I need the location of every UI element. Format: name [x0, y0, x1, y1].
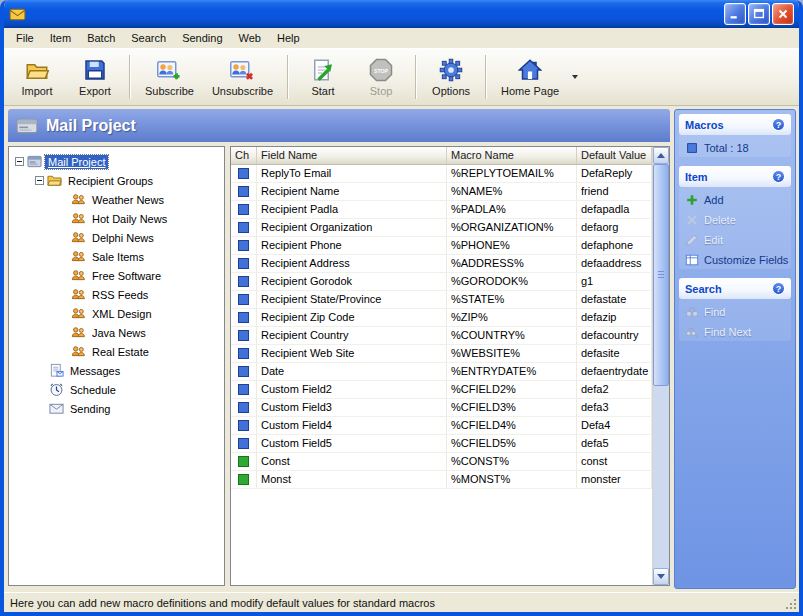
- checked-marker-icon: [238, 348, 249, 359]
- table-row[interactable]: Custom Field2%CFIELD2%defa2: [231, 381, 652, 399]
- tree-item-java-news[interactable]: Java News: [11, 323, 222, 342]
- menu-search[interactable]: Search: [123, 30, 174, 46]
- table-row[interactable]: Recipient State/Province%STATE%defastate: [231, 291, 652, 309]
- macro-name-cell: %REPLYTOEMAIL%: [447, 165, 577, 182]
- sidebar-section-title: Macros: [685, 119, 724, 131]
- tree-item-hot-daily-news[interactable]: Hot Daily News: [11, 209, 222, 228]
- tree-item-recipient-groups[interactable]: Recipient Groups: [11, 171, 222, 190]
- tree-item-weather-news[interactable]: Weather News: [11, 190, 222, 209]
- help-icon[interactable]: ?: [772, 118, 785, 131]
- table-row[interactable]: Const%CONST%const: [231, 453, 652, 471]
- sidebar-header-item[interactable]: Item?: [679, 166, 791, 187]
- menu-sending[interactable]: Sending: [174, 30, 230, 46]
- table-row[interactable]: Date%ENTRYDATE%defaentrydate: [231, 363, 652, 381]
- minimize-button[interactable]: [724, 3, 746, 25]
- macro-name-cell: %PADLA%: [447, 201, 577, 218]
- tree-item-label: Real Estate: [89, 345, 152, 359]
- menu-help[interactable]: Help: [269, 30, 308, 46]
- window-controls: [724, 3, 794, 25]
- titlebar[interactable]: [4, 0, 799, 28]
- macro-name-cell: %MONST%: [447, 471, 577, 488]
- tree-item-label: Mail Project: [45, 155, 108, 169]
- options-button[interactable]: Options: [422, 51, 480, 103]
- home-page-dropdown[interactable]: [568, 51, 581, 103]
- tree-item-mail-project[interactable]: Mail Project: [11, 152, 222, 171]
- collapse-expander-icon[interactable]: [35, 176, 44, 185]
- menu-batch[interactable]: Batch: [79, 30, 123, 46]
- panels: Mail ProjectRecipient GroupsWeather News…: [4, 142, 674, 592]
- table-row[interactable]: Recipient Phone%PHONE%defaphone: [231, 237, 652, 255]
- scrollbar-track[interactable]: [653, 386, 669, 568]
- field-name-cell: Recipient Zip Code: [257, 309, 447, 326]
- table-row[interactable]: Custom Field4%CFIELD4%Defa4: [231, 417, 652, 435]
- sidebar-action-customize-fields[interactable]: Customize Fields: [685, 253, 789, 267]
- sidebar-action-add[interactable]: Add: [685, 193, 789, 207]
- vertical-scrollbar[interactable]: [652, 147, 669, 585]
- tree-item-label: Free Software: [89, 269, 164, 283]
- scroll-up-button[interactable]: [653, 147, 669, 164]
- macro-name-cell: %WEBSITE%: [447, 345, 577, 362]
- field-name-cell: Recipient Name: [257, 183, 447, 200]
- table-row[interactable]: Custom Field5%CFIELD5%defa5: [231, 435, 652, 453]
- unsubscribe-icon: [230, 58, 254, 82]
- table-row[interactable]: Recipient Padla%PADLA%defapadla: [231, 201, 652, 219]
- sidebar-action-total[interactable]: Total : 18: [685, 141, 789, 155]
- collapse-expander-icon[interactable]: [15, 157, 24, 166]
- table-row[interactable]: Recipient Name%NAME%friend: [231, 183, 652, 201]
- options-label: Options: [432, 85, 470, 97]
- table-row[interactable]: ReplyTo Email%REPLYTOEMAIL%DefaReply: [231, 165, 652, 183]
- sidebar-section-macros: Macros?Total : 18: [679, 114, 791, 157]
- maximize-button[interactable]: [748, 3, 770, 25]
- sidebar-header-macros[interactable]: Macros?: [679, 114, 791, 135]
- tree-item-delphi-news[interactable]: Delphi News: [11, 228, 222, 247]
- menu-file[interactable]: File: [8, 30, 42, 46]
- table-row[interactable]: Recipient Country%COUNTRY%defacountry: [231, 327, 652, 345]
- close-button[interactable]: [772, 3, 794, 25]
- tree-item-messages[interactable]: Messages: [11, 361, 222, 380]
- tree-item-label: Java News: [89, 326, 149, 340]
- group-icon: [71, 268, 86, 283]
- tree-item-xml-design[interactable]: XML Design: [11, 304, 222, 323]
- column-header-default-value[interactable]: Default Value: [577, 147, 652, 164]
- start-button[interactable]: Start: [294, 51, 352, 103]
- toolbar-separator: [415, 55, 417, 99]
- column-header-macro-name[interactable]: Macro Name: [447, 147, 577, 164]
- edit-icon: [685, 233, 699, 247]
- tree-item-sale-items[interactable]: Sale Items: [11, 247, 222, 266]
- tree-item-free-software[interactable]: Free Software: [11, 266, 222, 285]
- export-button[interactable]: Export: [66, 51, 124, 103]
- table-row[interactable]: Recipient Zip Code%ZIP%defazip: [231, 309, 652, 327]
- column-header-ch[interactable]: Ch: [231, 147, 257, 164]
- sidebar-header-search[interactable]: Search?: [679, 278, 791, 299]
- help-icon[interactable]: ?: [772, 282, 785, 295]
- column-header-field-name[interactable]: Field Name: [257, 147, 447, 164]
- scroll-down-button[interactable]: [653, 568, 669, 585]
- menu-item[interactable]: Item: [42, 30, 79, 46]
- table-row[interactable]: Recipient Web Site%WEBSITE%defasite: [231, 345, 652, 363]
- tree-item-schedule[interactable]: Schedule: [11, 380, 222, 399]
- table-row[interactable]: Recipient Address%ADDRESS%defaaddress: [231, 255, 652, 273]
- table-row[interactable]: Recipient Gorodok%GORODOK%g1: [231, 273, 652, 291]
- default-value-cell: defa5: [577, 435, 652, 452]
- table-row[interactable]: Custom Field3%CFIELD3%defa3: [231, 399, 652, 417]
- resize-grip[interactable]: [785, 598, 798, 611]
- table-row[interactable]: Monst%MONST%monster: [231, 471, 652, 489]
- tree-item-rss-feeds[interactable]: RSS Feeds: [11, 285, 222, 304]
- tree-item-real-estate[interactable]: Real Estate: [11, 342, 222, 361]
- home-page-button[interactable]: Home Page: [492, 51, 568, 103]
- table-row[interactable]: Recipient Organization%ORGANIZATION%defa…: [231, 219, 652, 237]
- default-value-cell: defapadla: [577, 201, 652, 218]
- default-value-cell: friend: [577, 183, 652, 200]
- sidebar-action-label: Customize Fields: [704, 254, 788, 266]
- menu-web[interactable]: Web: [231, 30, 269, 46]
- field-name-cell: Custom Field4: [257, 417, 447, 434]
- scrollbar-thumb[interactable]: [653, 164, 669, 386]
- import-button[interactable]: Import: [8, 51, 66, 103]
- help-icon[interactable]: ?: [772, 170, 785, 183]
- checked-marker-icon: [238, 168, 249, 179]
- tree-item-sending[interactable]: Sending: [11, 399, 222, 418]
- unsubscribe-button[interactable]: Unsubscribe: [203, 51, 282, 103]
- subscribe-button[interactable]: Subscribe: [136, 51, 203, 103]
- sidebar-action-label: Edit: [704, 234, 723, 246]
- home-icon: [518, 58, 542, 82]
